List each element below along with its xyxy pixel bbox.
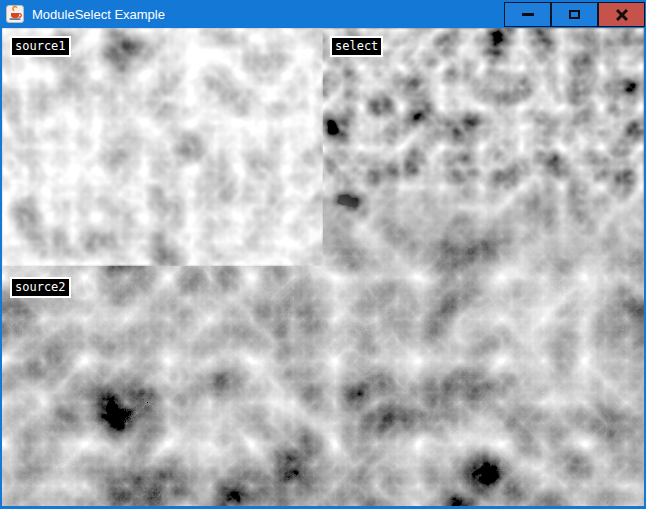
window-controls: [504, 2, 645, 27]
title-bar[interactable]: ModuleSelect Example: [0, 0, 646, 28]
app-window: ModuleSelect Example: [0, 0, 646, 509]
source1-label: source1: [10, 36, 71, 57]
maximize-icon: [569, 10, 580, 19]
window-title: ModuleSelect Example: [32, 7, 165, 22]
source2-label: source2: [10, 277, 71, 298]
source1-texture: [2, 28, 323, 266]
close-button[interactable]: [598, 2, 645, 27]
maximize-button[interactable]: [551, 2, 598, 27]
noise-render-svg: [2, 28, 644, 506]
minimize-icon: [522, 13, 534, 16]
minimize-button[interactable]: [504, 2, 551, 27]
render-canvas: source1 select source2: [2, 28, 644, 506]
java-coffee-cup-icon: [6, 5, 24, 23]
select-label: select: [330, 36, 383, 57]
